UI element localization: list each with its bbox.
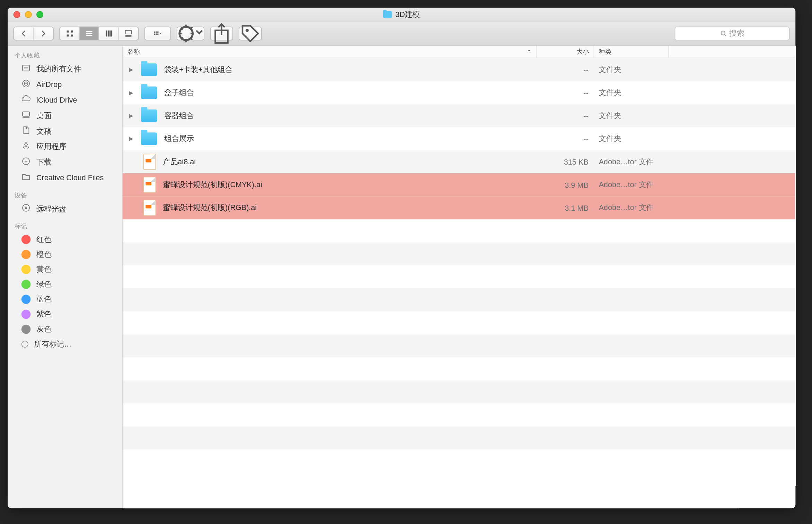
file-kind: 文件夹 (594, 111, 669, 121)
sidebar-tag[interactable]: 红色 (8, 232, 122, 247)
file-row[interactable]: 蜜蜂设计规范(初版)(RGB).ai3.1 MBAdobe…tor 文件 (123, 196, 795, 219)
empty-row (123, 449, 795, 472)
sidebar-tag[interactable]: 蓝色 (8, 292, 122, 307)
folder-row[interactable]: ▶组合展示--文件夹 (123, 127, 795, 150)
column-view-button[interactable] (99, 27, 118, 40)
svg-rect-25 (24, 69, 28, 69)
arrange-button[interactable] (145, 27, 170, 40)
sidebar-item-all-files[interactable]: 我的所有文件 (8, 61, 122, 77)
titlebar: 3D建模 (8, 8, 795, 21)
sidebar-item-label: 蓝色 (36, 294, 51, 305)
sidebar-item-label: 黄色 (36, 264, 51, 274)
sidebar-item-documents[interactable]: 文稿 (8, 123, 122, 139)
search-field[interactable]: 搜索 (675, 26, 790, 40)
sidebar-item-icloud[interactable]: iCloud Drive (8, 92, 122, 108)
svg-rect-30 (23, 117, 29, 117)
svg-rect-29 (23, 112, 29, 116)
arrange-group (144, 26, 171, 40)
svg-rect-17 (156, 33, 157, 34)
back-button[interactable] (14, 27, 33, 40)
sidebar-item-label: 橙色 (36, 249, 51, 260)
sidebar-tag[interactable]: 黄色 (8, 262, 122, 277)
fullscreen-button[interactable] (36, 11, 43, 18)
disclosure-triangle-icon[interactable]: ▶ (129, 67, 134, 73)
empty-row (123, 334, 795, 357)
icloud-icon (21, 95, 31, 106)
sidebar-item-desktop[interactable]: 桌面 (8, 108, 122, 123)
coverflow-view-button[interactable] (118, 27, 138, 40)
tag-color-icon (21, 325, 31, 334)
empty-row (123, 403, 795, 426)
file-name: 盒子组合 (164, 88, 194, 98)
sidebar-all-tags[interactable]: 所有标记… (8, 337, 122, 352)
file-size: 315 KB (537, 157, 594, 166)
window-controls (8, 11, 43, 18)
window-title-text: 3D建模 (395, 9, 420, 19)
svg-rect-2 (67, 34, 69, 36)
list-view-button[interactable] (80, 27, 99, 40)
disclosure-triangle-icon[interactable]: ▶ (129, 136, 134, 142)
svg-rect-10 (125, 30, 131, 34)
folder-row[interactable]: ▶袋装+卡装+其他组合--文件夹 (123, 58, 795, 81)
tag-color-icon (21, 295, 31, 304)
sidebar-item-airdrop[interactable]: AirDrop (8, 77, 122, 92)
window-title: 3D建模 (8, 9, 795, 19)
column-extra[interactable] (669, 46, 795, 58)
svg-rect-3 (70, 34, 72, 36)
file-row[interactable]: 产品ai8.ai315 KBAdobe…tor 文件 (123, 150, 795, 173)
share-button[interactable] (210, 26, 233, 40)
sidebar-item-label: 应用程序 (36, 141, 66, 152)
ai-file-icon (143, 177, 156, 193)
all-files-icon (21, 63, 31, 75)
folder-icon (141, 110, 157, 122)
tags-button[interactable] (239, 26, 262, 40)
empty-row (123, 219, 795, 242)
file-size: -- (537, 66, 594, 74)
sidebar-item-folder[interactable]: Creative Cloud Files (8, 170, 122, 185)
sidebar-item-label: 紫色 (36, 309, 51, 320)
svg-rect-0 (67, 30, 69, 32)
forward-button[interactable] (34, 27, 53, 40)
sidebar-item-label: AirDrop (36, 80, 62, 89)
folder-row[interactable]: ▶容器组合--文件夹 (123, 104, 795, 127)
disclosure-triangle-icon[interactable]: ▶ (129, 90, 134, 96)
folder-icon (21, 172, 31, 183)
column-name[interactable]: 名称⌃ (123, 46, 537, 58)
sidebar-tag[interactable]: 橙色 (8, 247, 122, 262)
sidebar-tag[interactable]: 绿色 (8, 277, 122, 292)
svg-rect-14 (156, 31, 157, 32)
finder-window: 3D建模 搜索 个人收藏 我的所有文件AirDropiCloud Dri (8, 8, 795, 508)
sidebar-tag[interactable]: 灰色 (8, 322, 122, 337)
disclosure-triangle-icon[interactable]: ▶ (129, 113, 134, 119)
icon-view-button[interactable] (60, 27, 79, 40)
sidebar-item-downloads[interactable]: 下载 (8, 154, 122, 170)
file-name: 容器组合 (164, 111, 194, 121)
action-button[interactable] (177, 26, 204, 40)
sidebar-item-device[interactable]: 远程光盘 (8, 201, 122, 217)
file-size: -- (537, 134, 594, 143)
tag-color-icon (21, 235, 31, 244)
svg-rect-8 (108, 30, 109, 36)
svg-point-21 (246, 28, 249, 32)
tag-color-icon (21, 310, 31, 319)
svg-point-33 (25, 207, 27, 209)
sidebar-item-label: 桌面 (36, 110, 51, 121)
file-name: 组合展示 (164, 134, 194, 144)
sidebar-item-label: 我的所有文件 (36, 64, 81, 74)
minimize-button[interactable] (25, 11, 32, 18)
file-row[interactable]: 蜜蜂设计规范(初版)(CMYK).ai3.9 MBAdobe…tor 文件 (123, 173, 795, 196)
sidebar-item-apps[interactable]: 应用程序 (8, 139, 122, 154)
sidebar-item-label: Creative Cloud Files (36, 173, 104, 182)
sidebar-tag[interactable]: 紫色 (8, 307, 122, 322)
sort-indicator-icon: ⌃ (527, 49, 531, 55)
svg-rect-18 (157, 33, 158, 34)
close-button[interactable] (14, 11, 20, 18)
file-size: -- (537, 112, 594, 120)
column-kind[interactable]: 种类 (594, 46, 669, 58)
nav-buttons (14, 26, 54, 40)
airdrop-icon (21, 79, 31, 90)
toolbar: 搜索 (8, 21, 795, 46)
folder-row[interactable]: ▶盒子组合--文件夹 (123, 81, 795, 104)
svg-rect-11 (125, 35, 131, 35)
column-size[interactable]: 大小 (537, 46, 594, 58)
